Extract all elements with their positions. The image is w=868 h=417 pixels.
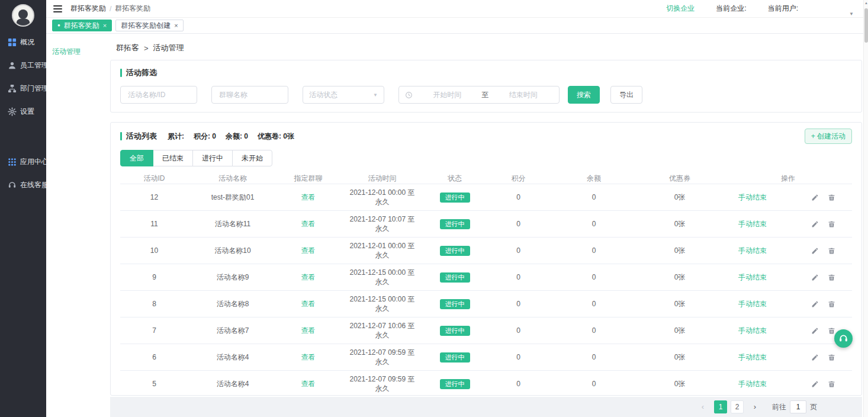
- view-group-link[interactable]: 查看: [301, 246, 316, 255]
- table-row: 11 活动名称11 查看 2021-12-07 10:07 至 永久 进行中 0…: [120, 211, 852, 238]
- manual-end-link[interactable]: 手动结束: [738, 272, 767, 283]
- settings-icon: [8, 107, 17, 116]
- sidebar-item-label: 概况: [20, 37, 34, 47]
- cell-time-line2: 永久: [339, 384, 425, 393]
- app-root: 概况 员工管理 部门管理 设置 应用中心 在线客服 群拓客奖励 / 群拓客奖励 …: [0, 0, 868, 417]
- sidebar-item-service[interactable]: 在线客服: [0, 174, 46, 197]
- list-section-title: 活动列表: [120, 131, 157, 142]
- cell-operations: 手动结束: [724, 272, 852, 283]
- view-group-link[interactable]: 查看: [301, 220, 316, 228]
- page-breadcrumb-root[interactable]: 群拓客: [116, 43, 139, 53]
- edit-icon[interactable]: [811, 194, 819, 201]
- search-button[interactable]: 搜索: [568, 86, 600, 104]
- view-group-link[interactable]: 查看: [301, 193, 316, 201]
- window-tab[interactable]: ● 群拓客奖励 ×: [52, 20, 112, 31]
- activity-name-input[interactable]: [120, 86, 197, 104]
- vertical-scrollbar[interactable]: ▲: [863, 0, 868, 417]
- column-header: 指定群聊: [277, 174, 339, 184]
- select-caret-icon: ▼: [373, 92, 378, 98]
- status-filter-tab[interactable]: 未开始: [232, 150, 272, 166]
- edit-icon[interactable]: [811, 354, 819, 361]
- edit-icon[interactable]: [811, 327, 819, 335]
- export-button[interactable]: 导出: [610, 86, 642, 104]
- breadcrumb-separator: /: [110, 5, 111, 13]
- cell-time-line1: 2021-12-07 09:59 至: [339, 348, 425, 357]
- manual-end-link[interactable]: 手动结束: [738, 219, 767, 229]
- plus-icon: +: [811, 132, 815, 140]
- manual-end-link[interactable]: 手动结束: [738, 299, 767, 309]
- delete-icon[interactable]: [828, 274, 835, 281]
- tab-overflow-caret-icon[interactable]: ▼: [849, 11, 854, 17]
- edit-icon[interactable]: [811, 300, 819, 308]
- next-page-button[interactable]: ›: [748, 400, 761, 413]
- company-logo[interactable]: [12, 4, 34, 27]
- view-group-link[interactable]: 查看: [301, 353, 316, 361]
- column-header: 余额: [552, 174, 635, 184]
- page-button-1[interactable]: 1: [714, 400, 727, 413]
- cell-coupons: 0张: [635, 299, 724, 309]
- edit-icon[interactable]: [811, 220, 819, 228]
- manual-end-link[interactable]: 手动结束: [738, 246, 767, 256]
- status-filter-tab[interactable]: 已结束: [153, 150, 193, 166]
- view-group-link[interactable]: 查看: [301, 273, 316, 281]
- breadcrumb-root[interactable]: 群拓客奖励: [70, 4, 106, 14]
- scrollbar-thumb[interactable]: [864, 8, 868, 43]
- sidebar-item-settings[interactable]: 设置: [0, 100, 46, 123]
- switch-company-link[interactable]: 切换企业: [666, 4, 695, 14]
- sidebar-group-2: 应用中心 在线客服: [0, 150, 46, 197]
- sidebar-item-overview[interactable]: 概况: [0, 31, 46, 54]
- delete-icon[interactable]: [828, 247, 835, 255]
- customer-service-float-button[interactable]: [834, 329, 853, 348]
- delete-icon[interactable]: [828, 300, 835, 308]
- view-group-link[interactable]: 查看: [301, 380, 316, 388]
- status-tabs: 全部已结束进行中未开始: [120, 150, 852, 166]
- manual-end-link[interactable]: 手动结束: [738, 326, 767, 336]
- table-row: 9 活动名称9 查看 2021-12-15 00:00 至 永久 进行中 0 0…: [120, 264, 852, 291]
- collapse-menu-icon[interactable]: [53, 5, 62, 12]
- manual-end-link[interactable]: 手动结束: [738, 193, 767, 203]
- close-tab-icon[interactable]: ×: [174, 23, 178, 29]
- edit-icon[interactable]: [811, 380, 819, 388]
- view-group-link[interactable]: 查看: [301, 326, 316, 335]
- sidebar-item-department[interactable]: 部门管理: [0, 77, 46, 100]
- status-badge: 进行中: [440, 352, 470, 363]
- table-header-row: 活动ID活动名称指定群聊活动时间状态积分余额优惠券操作: [120, 174, 852, 184]
- delete-icon[interactable]: [828, 354, 835, 361]
- delete-icon[interactable]: [828, 194, 835, 201]
- cell-coupons: 0张: [635, 272, 724, 283]
- prev-page-button[interactable]: ‹: [696, 400, 709, 413]
- delete-icon[interactable]: [828, 220, 835, 228]
- view-group-link[interactable]: 查看: [301, 300, 316, 308]
- status-badge: 进行中: [440, 272, 470, 283]
- create-activity-button[interactable]: + 创建活动: [805, 129, 852, 144]
- delete-icon[interactable]: [828, 380, 835, 388]
- summary-balance: 余额: 0: [226, 131, 248, 142]
- page-button-2[interactable]: 2: [731, 400, 744, 413]
- group-name-input[interactable]: [211, 86, 288, 104]
- sidebar-item-apps[interactable]: 应用中心: [0, 150, 46, 174]
- window-tabbar: ● 群拓客奖励 × ● 群拓客奖励创建 ×: [46, 18, 868, 34]
- topbar-right: 切换企业 当前企业: 当前用户:: [666, 4, 798, 14]
- window-tab[interactable]: ● 群拓客奖励创建 ×: [115, 20, 183, 31]
- delete-icon[interactable]: [828, 327, 835, 335]
- apps-icon: [8, 158, 17, 166]
- cell-balance: 0: [552, 220, 635, 228]
- status-filter-tab[interactable]: 全部: [120, 150, 153, 166]
- scrollbar-up-icon[interactable]: ▲: [864, 1, 868, 5]
- edit-icon[interactable]: [811, 247, 819, 255]
- submenu-item-activity-management[interactable]: 活动管理: [46, 42, 110, 62]
- goto-page: 前往 页: [772, 400, 817, 413]
- goto-page-input[interactable]: [790, 400, 806, 413]
- sidebar-item-employee[interactable]: 员工管理: [0, 54, 46, 77]
- edit-icon[interactable]: [811, 274, 819, 281]
- cell-points: 0: [484, 273, 552, 281]
- manual-end-link[interactable]: 手动结束: [738, 379, 767, 389]
- cell-activity-time: 2021-12-01 00:00 至 永久: [339, 241, 425, 260]
- status-filter-tab[interactable]: 进行中: [192, 150, 233, 166]
- close-tab-icon[interactable]: ×: [103, 23, 107, 29]
- activity-status-select[interactable]: 活动状态 ▼: [303, 86, 384, 104]
- cell-time-line1: 2021-12-07 10:06 至: [339, 321, 425, 331]
- column-header: 活动时间: [339, 174, 425, 184]
- manual-end-link[interactable]: 手动结束: [738, 352, 767, 363]
- date-range-picker[interactable]: 开始时间 至 结束时间: [398, 86, 560, 104]
